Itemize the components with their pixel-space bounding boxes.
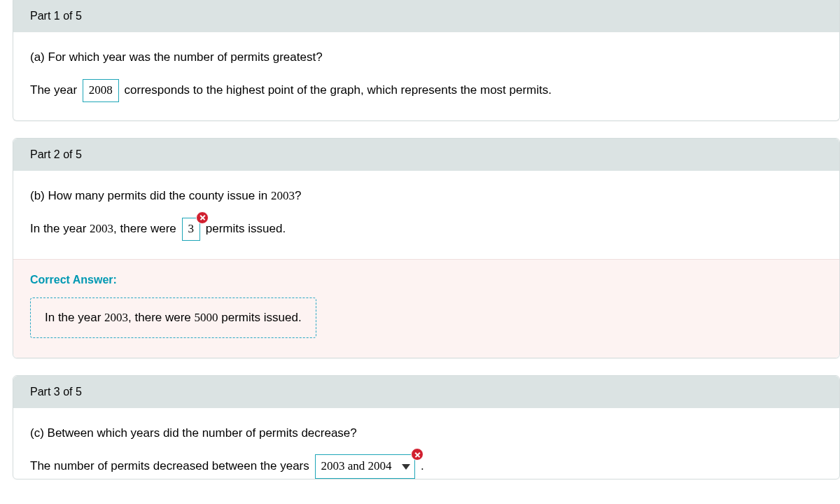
text: , there were (113, 222, 176, 235)
dropdown-value: 2003 and 2004 (321, 459, 392, 472)
text: (b) How many permits did the county issu… (30, 189, 271, 202)
correct-answer-block: Correct Answer: In the year 2003, there … (13, 259, 839, 358)
year: 2003 (90, 222, 113, 235)
wrong-answer-wrap: 2003 and 2004 (313, 454, 418, 479)
incorrect-icon (196, 211, 209, 224)
text: corresponds to the highest point of the … (125, 83, 552, 97)
value: 5000 (195, 311, 218, 324)
part-2-body: (b) How many permits did the county issu… (13, 171, 839, 259)
part-2-question: (b) How many permits did the county issu… (30, 186, 822, 206)
part-3-question: (c) Between which years did the number o… (30, 424, 822, 444)
text: . (421, 459, 424, 472)
correct-answer-label: Correct Answer: (30, 274, 822, 286)
text: permits issued. (206, 222, 286, 235)
part-2-header: Part 2 of 5 (13, 139, 839, 171)
chevron-down-icon (402, 464, 410, 470)
text: In the year (45, 311, 104, 324)
text: The number of permits decreased between … (30, 459, 309, 472)
part-1-header: Part 1 of 5 (13, 0, 839, 32)
wrong-answer-wrap: 3 (180, 218, 203, 241)
years-dropdown[interactable]: 2003 and 2004 (315, 454, 416, 479)
text: The year (30, 83, 77, 97)
correct-answer-box: In the year 2003, there were 5000 permit… (30, 298, 316, 338)
year: 2003 (271, 189, 295, 202)
text: permits issued. (218, 311, 302, 324)
part-2: Part 2 of 5 (b) How many permits did the… (13, 138, 840, 358)
text: ? (295, 189, 301, 202)
part-3-header: Part 3 of 5 (13, 376, 839, 408)
part-1-question: (a) For which year was the number of per… (30, 48, 822, 68)
part-2-answer-line: In the year 2003, there were 3 permits i… (30, 218, 822, 241)
part-3-answer-line: The number of permits decreased between … (30, 454, 822, 479)
year-answer-box[interactable]: 2008 (83, 79, 119, 102)
text: , there were (128, 311, 195, 324)
part-1-answer-line: The year 2008 corresponds to the highest… (30, 79, 822, 102)
year: 2003 (104, 311, 128, 324)
part-3: Part 3 of 5 (c) Between which years did … (13, 375, 840, 480)
part-1-body: (a) For which year was the number of per… (13, 32, 839, 120)
part-1: Part 1 of 5 (a) For which year was the n… (13, 0, 840, 121)
part-3-body: (c) Between which years did the number o… (13, 408, 839, 479)
text: In the year (30, 222, 90, 235)
